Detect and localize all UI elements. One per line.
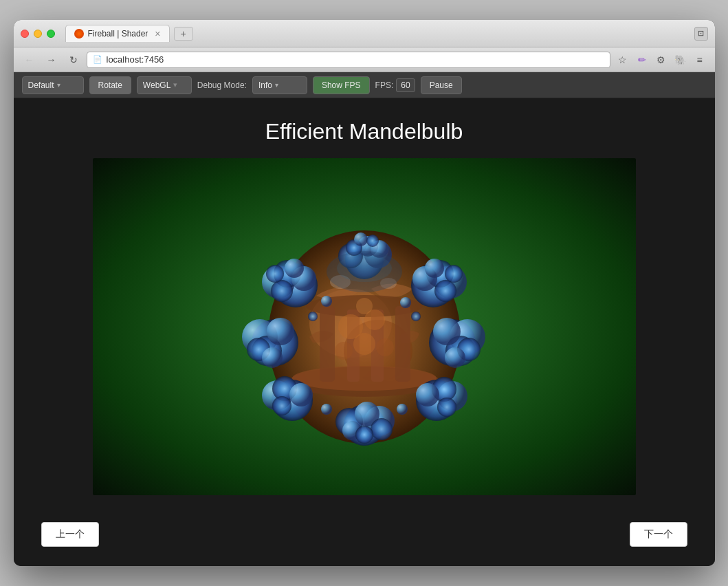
next-button-label: 下一个: [644, 528, 673, 541]
traffic-lights: [21, 30, 55, 38]
pause-label: Pause: [430, 80, 453, 90]
bookmark-icon[interactable]: ☆: [615, 52, 631, 68]
debug-mode-arrow: ▾: [275, 81, 278, 89]
debug-mode-select[interactable]: Info ▾: [252, 76, 307, 94]
close-button[interactable]: [21, 30, 29, 38]
svg-point-35: [437, 398, 456, 417]
address-file-icon: 📄: [93, 55, 102, 64]
svg-rect-6: [320, 306, 335, 382]
svg-rect-7: [395, 306, 410, 382]
svg-point-42: [355, 426, 373, 444]
window-action-button[interactable]: ⊡: [694, 27, 708, 41]
svg-point-66: [356, 298, 373, 314]
refresh-icon: ↻: [69, 54, 78, 65]
forward-icon: →: [47, 54, 56, 65]
svg-point-65: [376, 338, 394, 356]
svg-point-71: [397, 404, 408, 415]
pause-button[interactable]: Pause: [421, 76, 462, 94]
preset-label: Default: [28, 80, 54, 90]
svg-point-58: [271, 280, 293, 302]
svg-point-23: [425, 259, 444, 278]
rotate-label: Rotate: [98, 80, 122, 90]
shader-toolbar: Default ▾ Rotate WebGL ▾ Debug Mode: Inf…: [14, 72, 715, 98]
debug-label: Debug Mode:: [197, 80, 247, 90]
svg-point-70: [308, 312, 318, 321]
svg-point-67: [400, 297, 411, 308]
browser-tab[interactable]: Fireball | Shader ×: [65, 25, 170, 42]
preset-arrow: ▾: [57, 81, 60, 89]
refresh-button[interactable]: ↻: [65, 52, 82, 67]
svg-point-47: [272, 396, 291, 415]
url-text: localhost:7456: [107, 54, 164, 65]
show-fps-button[interactable]: Show FPS: [313, 76, 370, 94]
title-bar-actions: ⊡: [694, 27, 708, 41]
svg-point-24: [445, 265, 463, 283]
svg-point-69: [411, 312, 421, 321]
svg-point-17: [366, 235, 379, 247]
menu-icon[interactable]: ≡: [692, 52, 708, 68]
svg-point-53: [262, 347, 283, 368]
svg-point-34: [416, 383, 439, 406]
svg-point-46: [289, 383, 313, 406]
minimize-button[interactable]: [34, 30, 42, 38]
svg-point-40: [371, 418, 393, 440]
svg-point-16: [354, 232, 368, 246]
shader-title: Efficient Mandelbulb: [265, 119, 463, 144]
tab-label: Fireball | Shader: [88, 29, 148, 39]
fps-label: FPS:: [375, 80, 394, 90]
nav-right-actions: ☆ ✏ ⚙ 🐘 ≡: [615, 52, 708, 68]
nav-bar: ← → ↻ 📄 localhost:7456 ☆ ✏ ⚙ 🐘 ≡: [14, 47, 715, 72]
tab-favicon-icon: [74, 29, 84, 39]
svg-point-76: [337, 254, 392, 282]
svg-point-4: [292, 366, 437, 391]
tab-close-icon[interactable]: ×: [155, 28, 160, 39]
show-fps-label: Show FPS: [322, 80, 361, 90]
svg-point-68: [321, 296, 332, 307]
preset-select[interactable]: Default ▾: [22, 76, 84, 94]
webgl-label: WebGL: [143, 80, 170, 90]
extension-pencil-icon[interactable]: ✏: [634, 52, 650, 68]
extension-elephant-icon[interactable]: 🐘: [672, 52, 689, 68]
svg-point-30: [445, 347, 465, 368]
browser-window: Fireball | Shader × + ⊡ ← → ↻ 📄 localhos…: [14, 20, 715, 566]
webgl-arrow: ▾: [173, 80, 177, 89]
webgl-select[interactable]: WebGL ▾: [137, 76, 192, 94]
svg-point-63: [353, 333, 375, 355]
debug-mode-value: Info: [258, 80, 272, 90]
back-button[interactable]: ←: [21, 52, 38, 67]
main-content: Efficient Mandelbulb: [14, 98, 715, 566]
prev-button-label: 上一个: [56, 528, 85, 541]
svg-point-28: [433, 318, 461, 345]
svg-point-64: [335, 342, 353, 360]
rotate-button[interactable]: Rotate: [89, 76, 131, 94]
back-icon: ←: [25, 54, 34, 65]
new-tab-button[interactable]: +: [174, 27, 193, 41]
prev-button[interactable]: 上一个: [41, 522, 99, 547]
svg-point-60: [266, 265, 284, 283]
svg-point-51: [267, 318, 294, 345]
fps-value: 60: [396, 78, 415, 92]
tab-area: Fireball | Shader × +: [65, 25, 694, 42]
svg-point-72: [321, 404, 332, 415]
forward-button[interactable]: →: [43, 52, 60, 67]
mandelbulb-visualization: [199, 172, 529, 481]
svg-point-59: [285, 259, 304, 278]
maximize-button[interactable]: [47, 30, 55, 38]
address-bar[interactable]: 📄 localhost:7456: [87, 52, 610, 68]
svg-point-22: [434, 280, 456, 302]
next-button[interactable]: 下一个: [630, 522, 687, 547]
extension-gear-icon[interactable]: ⚙: [653, 52, 670, 68]
bottom-navigation: 上一个 下一个: [14, 522, 715, 547]
shader-canvas: [93, 158, 636, 495]
fps-display: FPS: 60: [375, 78, 415, 92]
title-bar: Fireball | Shader × + ⊡: [14, 20, 715, 47]
